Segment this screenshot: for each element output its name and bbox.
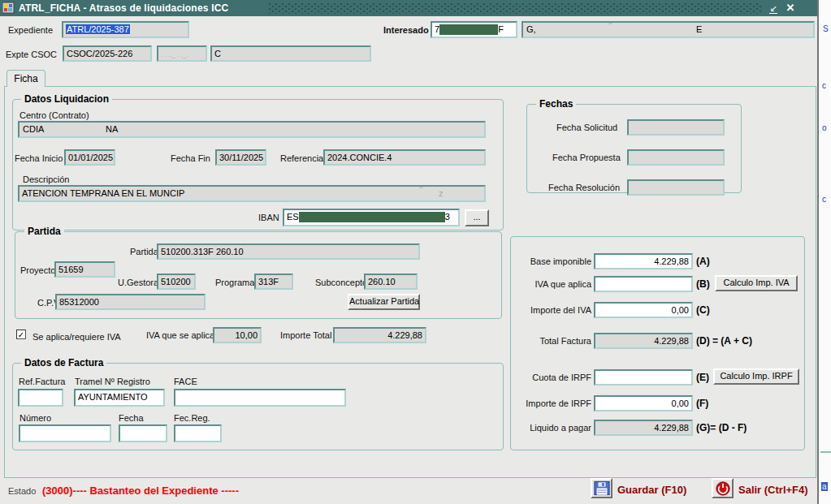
se-aplica-iva-checkbox[interactable]: ✓	[16, 330, 26, 339]
cuota-irpf-label: Cuota de IRPF	[510, 373, 591, 382]
iva-que-aplica-field[interactable]	[594, 276, 693, 292]
restore-window-icon[interactable]: ↙	[767, 2, 780, 15]
cpv-field[interactable]: 85312000	[55, 294, 206, 310]
ugestora-field[interactable]: 510200	[157, 274, 196, 290]
expte-csoc-field3[interactable]: C	[210, 45, 371, 62]
importe-del-iva-field[interactable]: 0,00	[594, 302, 693, 318]
guardar-button[interactable]	[591, 478, 612, 498]
form-app-icon	[2, 2, 15, 15]
selected-text: ATRL/2025-387	[66, 24, 130, 34]
calculo-imp-iva-button[interactable]: Calculo Imp. IVA	[715, 275, 798, 291]
estado-message: (3000)---- Bastanteo del Expediente ----…	[42, 485, 239, 497]
save-icon	[594, 488, 610, 498]
cuota-irpf-field[interactable]	[594, 369, 693, 386]
fecha-fin-label: Fecha Fin	[171, 153, 210, 163]
importe-total-field[interactable]: 4.229,88	[333, 327, 426, 343]
fecha-label: Fecha	[119, 413, 144, 423]
se-aplica-iva-label: Se aplica/requiere IVA	[32, 332, 121, 342]
background-text-fragment: o	[822, 123, 827, 132]
interesado-label: Interesado	[383, 25, 429, 35]
interesado-id-field[interactable]: 7F	[431, 21, 517, 38]
iban-lov-button[interactable]: ...	[465, 209, 489, 226]
descripcion-label: Descripción	[23, 174, 69, 184]
descripcion-field[interactable]: ATENCION TEMPRANA EN EL MUNCIP ˝ z	[18, 185, 486, 202]
face-field[interactable]	[174, 389, 346, 407]
close-window-icon[interactable]: ✕	[784, 2, 797, 15]
iban-label: IBAN	[258, 213, 279, 222]
background-text-fragment: a	[821, 482, 828, 491]
base-imponible-field[interactable]: 4.229,88	[594, 253, 693, 269]
tramel-registro-field[interactable]: AYUNTAMIENTO	[74, 389, 165, 407]
subconcepto-field[interactable]: 260.10	[364, 274, 418, 290]
actualizar-partida-button[interactable]: Actualizar Partida	[348, 294, 420, 310]
importe-irpf-label: Importe de IRPF	[510, 398, 591, 408]
numero-label: Número	[19, 413, 51, 423]
expte-csoc-field[interactable]: CSOC/2025-226	[63, 45, 152, 62]
fecha-resolucion-field[interactable]	[627, 179, 725, 196]
referencia-field[interactable]: 2024.CONCIE.4	[323, 149, 486, 166]
expte-csoc-field2[interactable]: . . .._ . ._.	[157, 45, 207, 62]
programa-field[interactable]: 313F	[254, 274, 293, 290]
fecha-inicio-field[interactable]: 01/01/2025	[64, 149, 115, 166]
guardar-label[interactable]: Guardar (F10)	[617, 484, 686, 496]
screen: ATRL_FICHA - Atrasos de liquidaciones IC…	[0, 0, 831, 504]
letter-a: (A)	[696, 256, 710, 267]
check-icon: ✓	[18, 330, 24, 339]
iva-que-aplica-label: IVA que aplica	[510, 279, 591, 289]
salir-label[interactable]: Salir (Ctrl+F4)	[738, 484, 808, 496]
liquido-a-pagar-label: Liquido a pagar	[510, 423, 591, 433]
interesado-name-field[interactable]: G, ˝ E	[522, 21, 815, 38]
programa-label: Programa	[215, 278, 254, 287]
fec-reg-field[interactable]	[174, 424, 222, 442]
expediente-field[interactable]: ATRL/2025-387	[62, 21, 189, 38]
liquido-a-pagar-field: 4.229,88	[594, 420, 693, 436]
background-window-strip: S c o c a	[820, 0, 831, 504]
fecha-propuesta-field[interactable]	[627, 149, 725, 166]
fechas-title: Fechas	[536, 98, 576, 110]
partida-label: Partida	[130, 247, 158, 256]
iban-field[interactable]: ES3	[283, 209, 460, 226]
tab-ficha[interactable]: Ficha	[6, 70, 45, 87]
calculo-imp-irpf-button[interactable]: Calculo Imp. IRPF	[713, 368, 799, 385]
salir-button[interactable]	[712, 478, 734, 498]
datos-liquidacion-title: Datos Liquidacion	[21, 93, 112, 105]
expte-csoc-label: Expte CSOC	[6, 50, 57, 59]
ref-factura-label: Ref.Factura	[19, 377, 65, 386]
total-factura-field: 4.229,88	[594, 333, 693, 349]
total-factura-label: Total Factura	[510, 336, 591, 346]
iva-que-se-aplica-field[interactable]: 10,00	[213, 327, 262, 343]
letter-f: (F)	[696, 398, 708, 409]
expediente-label: Expediente	[8, 25, 53, 35]
iva-que-se-aplica-label: IVA que se aplica	[146, 330, 214, 340]
letter-c: (C)	[696, 304, 710, 316]
fecha-field[interactable]	[119, 424, 167, 442]
centro-label: Centro (Contrato)	[19, 110, 89, 120]
partida-field[interactable]: 510200.313F 260.10	[157, 243, 420, 260]
datos-factura-title: Datos de Factura	[21, 357, 106, 368]
redaction-block	[299, 212, 445, 222]
fecha-resolucion-label: Fecha Resolución	[548, 183, 620, 192]
importe-irpf-field[interactable]: 0,00	[594, 395, 693, 411]
estado-label: Estado	[8, 486, 36, 496]
fecha-solicitud-label: Fecha Solicitud	[556, 123, 617, 132]
letter-g-formula: (G)= (D - F)	[696, 422, 747, 433]
fecha-solicitud-field[interactable]	[627, 119, 725, 136]
proyecto-field[interactable]: 51659	[54, 261, 115, 278]
centro-field[interactable]: CDIA NA	[18, 121, 486, 138]
subconcepto-label: Subconcepto	[315, 278, 367, 287]
titlebar-pattern	[268, 2, 762, 14]
fecha-fin-field[interactable]: 30/11/2025	[215, 149, 266, 166]
ref-factura-field[interactable]	[18, 389, 63, 407]
numero-field[interactable]	[19, 424, 111, 442]
proyecto-label: Proyecto	[20, 265, 55, 275]
importe-total-label: Importe Total	[280, 330, 331, 340]
power-icon	[715, 489, 731, 498]
background-divider-fragment	[820, 451, 831, 453]
background-text-fragment: c	[822, 81, 826, 90]
letter-e: (E)	[696, 372, 709, 383]
face-label: FACE	[174, 377, 197, 386]
redaction-block	[439, 24, 498, 35]
importe-del-iva-label: Importe del IVA	[510, 305, 591, 315]
fecha-propuesta-label: Fecha Propuesta	[552, 153, 621, 162]
title-bar[interactable]: ATRL_FICHA - Atrasos de liquidaciones IC…	[0, 0, 817, 16]
